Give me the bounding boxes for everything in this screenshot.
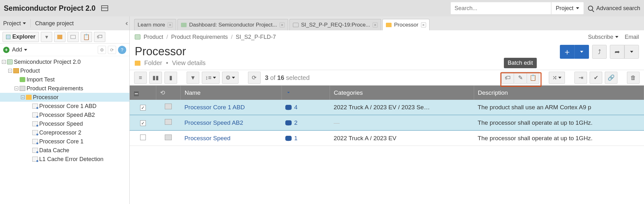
export-icon: ➦ xyxy=(615,48,620,56)
tree-item[interactable]: −Semiconductor Project 2.0 xyxy=(0,57,129,66)
panel-button[interactable] xyxy=(67,32,79,42)
relationships-button[interactable]: ⤴ xyxy=(592,45,607,59)
sub-header: Project Change project ‹‹ Learn more×Das… xyxy=(0,16,644,30)
import-button[interactable]: ⇥ xyxy=(574,72,587,84)
subscribe-dropdown[interactable]: Subscribe xyxy=(588,34,618,40)
tree-item[interactable]: Processor Core 1 ABD xyxy=(0,102,129,111)
paste-button[interactable]: 📋 xyxy=(527,72,539,84)
cell-name[interactable]: Processor Core 1 ABD xyxy=(181,100,282,115)
export-button[interactable]: ➦ xyxy=(610,45,624,59)
comment-icon xyxy=(285,105,292,110)
col-type[interactable]: ⟲ xyxy=(156,86,181,100)
tree-item[interactable]: −Processor xyxy=(0,93,129,102)
add-button[interactable]: Add xyxy=(12,46,27,53)
refresh-button[interactable]: ⟳ xyxy=(248,72,261,84)
table-row[interactable]: Processor Speed AB22—The processor shall… xyxy=(130,115,644,130)
layout-icon[interactable] xyxy=(101,5,108,11)
gear-button[interactable]: ⚙ xyxy=(98,46,106,54)
tree-label: Coreprocessor 2 xyxy=(39,129,81,136)
tree-item[interactable]: Processor Speed xyxy=(0,119,129,128)
tab[interactable]: Learn more× xyxy=(134,19,176,30)
clipboard-button[interactable]: 📋 xyxy=(81,32,92,42)
checkbox[interactable] xyxy=(140,120,146,126)
delete-button[interactable]: 🗑 xyxy=(627,72,640,84)
expand-icon[interactable]: − xyxy=(8,69,12,73)
tree-item[interactable]: Coreprocessor 2 xyxy=(0,128,129,137)
close-icon[interactable]: × xyxy=(421,22,426,27)
expand-icon[interactable]: − xyxy=(21,95,25,99)
list-view-button[interactable]: ≡ xyxy=(134,72,147,84)
view-details-link[interactable]: View details xyxy=(172,59,206,67)
project-menu[interactable]: Project xyxy=(3,20,26,27)
tree-item[interactable]: Data Cache xyxy=(0,146,129,155)
tab[interactable]: Processor× xyxy=(382,19,430,30)
close-icon[interactable]: × xyxy=(168,22,173,27)
batch-edit-button[interactable]: ✎ Batch edit xyxy=(514,72,527,84)
search-input[interactable] xyxy=(451,5,551,12)
col-select[interactable] xyxy=(130,86,156,100)
approve-button[interactable]: ✔ xyxy=(590,72,602,84)
cell-comments[interactable]: 4 xyxy=(285,104,326,111)
email-link[interactable]: Email xyxy=(625,34,639,40)
export-dropdown[interactable] xyxy=(624,45,639,59)
selection-count: 3 of 16 selected xyxy=(265,74,310,81)
page-title: Processor xyxy=(135,45,206,58)
calendar-button[interactable] xyxy=(54,32,65,42)
refresh-button[interactable]: ⟳ xyxy=(108,46,116,54)
checkbox[interactable] xyxy=(140,105,146,111)
cell-comments[interactable]: 1 xyxy=(285,135,326,142)
col-description[interactable]: Description xyxy=(474,86,644,100)
table-row[interactable]: Processor Speed12022 Truck A / 2023 EVTh… xyxy=(130,130,644,146)
close-icon[interactable]: × xyxy=(373,22,378,27)
cell-name[interactable]: Processor Speed xyxy=(181,130,282,146)
expand-icon[interactable]: − xyxy=(15,87,18,90)
shuffle-icon: ⤭ xyxy=(552,74,557,81)
collapse-sidebar-icon[interactable]: ‹‹ xyxy=(125,19,126,27)
tab[interactable]: Dashboard: Semiconductor Project...× xyxy=(177,19,288,30)
checkbox[interactable] xyxy=(140,135,146,140)
sort-button[interactable]: ↕≡ xyxy=(202,72,220,84)
tag-button[interactable]: 🏷 xyxy=(94,32,105,42)
close-icon[interactable]: × xyxy=(280,22,285,27)
cell-name[interactable]: Processor Speed AB2 xyxy=(181,115,282,130)
add-item-button[interactable]: ＋ xyxy=(560,45,574,59)
cell-comments[interactable]: 2 xyxy=(285,119,326,126)
filter-button[interactable]: ▼ xyxy=(187,72,199,84)
tree-label: L1 Cache Error Detection xyxy=(39,156,103,163)
tree-item[interactable]: Import Test xyxy=(0,75,129,84)
col-name[interactable]: Name xyxy=(181,86,282,100)
table-row[interactable]: Processor Core 1 ABD42022 Truck A / 2023… xyxy=(130,100,644,115)
link-button[interactable]: 🔗 xyxy=(605,72,617,84)
advanced-search-label: Advanced search xyxy=(596,5,640,12)
expand-icon[interactable]: − xyxy=(2,60,6,64)
reading-view-button[interactable]: ▮▮ xyxy=(149,72,162,84)
tag-action-button[interactable]: 🏷 xyxy=(501,72,514,84)
settings-button[interactable]: ⚙ xyxy=(222,72,238,84)
folder-icon xyxy=(135,61,140,66)
tree-item[interactable]: L1 Cache Error Detection xyxy=(0,155,129,164)
breadcrumb-item[interactable]: Product Requirements xyxy=(171,34,228,40)
add-item-dropdown[interactable] xyxy=(574,45,589,59)
explorer-tab[interactable]: Explorer xyxy=(3,32,39,42)
tab[interactable]: SI_S2_P-P_REQ-19:Proce...× xyxy=(289,19,381,30)
add-label: Add xyxy=(12,46,22,53)
breadcrumb-item[interactable]: Product xyxy=(144,34,163,40)
tree-item[interactable]: −Product xyxy=(0,66,129,75)
shuffle-button[interactable]: ⤭ xyxy=(549,72,565,84)
tree-item[interactable]: Processor Core 1 xyxy=(0,137,129,146)
col-categories[interactable]: Categories xyxy=(330,86,474,100)
page-icon xyxy=(32,130,38,135)
document-view-button[interactable]: ▮ xyxy=(164,72,177,84)
tree-item[interactable]: −Product Requirements xyxy=(0,84,129,93)
import-icon: ⇥ xyxy=(579,74,583,81)
tree-label: Product Requirements xyxy=(27,85,83,92)
search-scope-dropdown[interactable]: Project xyxy=(551,2,584,14)
tree-item[interactable]: Processor Speed AB2 xyxy=(0,111,129,119)
breadcrumb-item[interactable]: SI_S2_P-FLD-7 xyxy=(236,34,276,40)
change-project-link[interactable]: Change project xyxy=(35,20,74,27)
help-button[interactable]: ? xyxy=(118,46,126,54)
col-comments[interactable] xyxy=(282,86,330,100)
filter-button[interactable]: ▾ xyxy=(41,32,52,42)
tab-label: Processor xyxy=(394,22,418,28)
advanced-search-link[interactable]: Advanced search xyxy=(588,5,640,12)
